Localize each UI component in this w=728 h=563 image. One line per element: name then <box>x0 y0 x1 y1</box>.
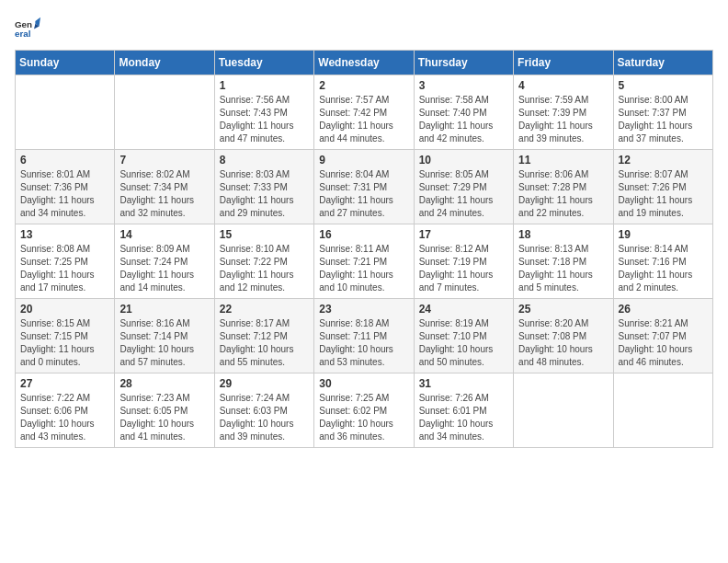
svg-text:Blue: Blue <box>15 40 30 40</box>
day-info: Sunrise: 7:22 AM Sunset: 6:06 PM Dayligh… <box>20 392 109 443</box>
calendar-cell: 18Sunrise: 8:13 AM Sunset: 7:18 PM Dayli… <box>514 224 613 299</box>
day-info: Sunrise: 7:57 AM Sunset: 7:42 PM Dayligh… <box>319 94 408 145</box>
calendar-cell: 1Sunrise: 7:56 AM Sunset: 7:43 PM Daylig… <box>214 75 313 150</box>
calendar-cell: 20Sunrise: 8:15 AM Sunset: 7:15 PM Dayli… <box>16 299 115 373</box>
calendar-cell: 9Sunrise: 8:04 AM Sunset: 7:31 PM Daylig… <box>314 150 414 224</box>
calendar-cell <box>514 373 613 448</box>
weekday-header-sunday: Sunday <box>16 51 115 75</box>
day-info: Sunrise: 8:02 AM Sunset: 7:34 PM Dayligh… <box>119 168 209 220</box>
calendar-cell: 27Sunrise: 7:22 AM Sunset: 6:06 PM Dayli… <box>16 373 115 448</box>
calendar-cell: 16Sunrise: 8:11 AM Sunset: 7:21 PM Dayli… <box>314 224 414 299</box>
day-info: Sunrise: 7:26 AM Sunset: 6:01 PM Dayligh… <box>419 392 508 443</box>
day-info: Sunrise: 8:11 AM Sunset: 7:21 PM Dayligh… <box>319 243 408 294</box>
calendar-cell: 4Sunrise: 7:59 AM Sunset: 7:39 PM Daylig… <box>514 75 613 150</box>
day-number: 11 <box>518 154 608 167</box>
day-info: Sunrise: 7:25 AM Sunset: 6:02 PM Dayligh… <box>319 392 408 443</box>
day-info: Sunrise: 7:59 AM Sunset: 7:39 PM Dayligh… <box>518 94 608 145</box>
calendar-cell: 14Sunrise: 8:09 AM Sunset: 7:24 PM Dayli… <box>115 224 214 299</box>
calendar-cell <box>115 75 214 150</box>
page-header: Gen eral Blue <box>15 15 713 40</box>
day-number: 31 <box>419 377 508 390</box>
day-number: 12 <box>619 154 708 167</box>
day-number: 19 <box>619 228 708 241</box>
weekday-header-wednesday: Wednesday <box>314 51 414 75</box>
day-number: 28 <box>119 377 209 390</box>
calendar-cell: 21Sunrise: 8:16 AM Sunset: 7:14 PM Dayli… <box>115 299 214 373</box>
calendar-week-row: 6Sunrise: 8:01 AM Sunset: 7:36 PM Daylig… <box>16 150 713 224</box>
calendar-cell: 5Sunrise: 8:00 AM Sunset: 7:37 PM Daylig… <box>613 75 712 150</box>
weekday-header-tuesday: Tuesday <box>214 51 313 75</box>
calendar-cell: 8Sunrise: 8:03 AM Sunset: 7:33 PM Daylig… <box>214 150 313 224</box>
day-info: Sunrise: 8:19 AM Sunset: 7:10 PM Dayligh… <box>419 317 508 369</box>
day-info: Sunrise: 8:08 AM Sunset: 7:25 PM Dayligh… <box>20 243 109 294</box>
day-info: Sunrise: 7:58 AM Sunset: 7:40 PM Dayligh… <box>419 94 508 145</box>
day-number: 10 <box>419 154 508 167</box>
calendar-cell: 19Sunrise: 8:14 AM Sunset: 7:16 PM Dayli… <box>613 224 712 299</box>
day-info: Sunrise: 8:17 AM Sunset: 7:12 PM Dayligh… <box>220 317 309 369</box>
day-info: Sunrise: 7:23 AM Sunset: 6:05 PM Dayligh… <box>119 392 209 443</box>
day-number: 24 <box>419 303 508 316</box>
day-info: Sunrise: 8:20 AM Sunset: 7:08 PM Dayligh… <box>518 317 608 369</box>
day-number: 17 <box>419 228 508 241</box>
day-number: 30 <box>319 377 408 390</box>
calendar-table: SundayMondayTuesdayWednesdayThursdayFrid… <box>15 50 713 448</box>
weekday-header-row: SundayMondayTuesdayWednesdayThursdayFrid… <box>16 51 713 75</box>
day-number: 27 <box>20 377 109 390</box>
calendar-week-row: 13Sunrise: 8:08 AM Sunset: 7:25 PM Dayli… <box>16 224 713 299</box>
calendar-cell: 23Sunrise: 8:18 AM Sunset: 7:11 PM Dayli… <box>314 299 414 373</box>
day-number: 2 <box>319 79 408 92</box>
calendar-cell: 24Sunrise: 8:19 AM Sunset: 7:10 PM Dayli… <box>414 299 513 373</box>
calendar-cell: 3Sunrise: 7:58 AM Sunset: 7:40 PM Daylig… <box>414 75 513 150</box>
day-info: Sunrise: 8:01 AM Sunset: 7:36 PM Dayligh… <box>20 168 109 220</box>
calendar-cell: 10Sunrise: 8:05 AM Sunset: 7:29 PM Dayli… <box>414 150 513 224</box>
calendar-cell: 17Sunrise: 8:12 AM Sunset: 7:19 PM Dayli… <box>414 224 513 299</box>
day-info: Sunrise: 8:12 AM Sunset: 7:19 PM Dayligh… <box>419 243 508 294</box>
calendar-cell: 29Sunrise: 7:24 AM Sunset: 6:03 PM Dayli… <box>214 373 313 448</box>
calendar-cell: 28Sunrise: 7:23 AM Sunset: 6:05 PM Dayli… <box>115 373 214 448</box>
calendar-cell: 26Sunrise: 8:21 AM Sunset: 7:07 PM Dayli… <box>613 299 712 373</box>
day-number: 1 <box>220 79 309 92</box>
day-info: Sunrise: 8:15 AM Sunset: 7:15 PM Dayligh… <box>20 317 109 369</box>
day-number: 25 <box>518 303 608 316</box>
calendar-cell: 31Sunrise: 7:26 AM Sunset: 6:01 PM Dayli… <box>414 373 513 448</box>
calendar-cell: 15Sunrise: 8:10 AM Sunset: 7:22 PM Dayli… <box>214 224 313 299</box>
day-info: Sunrise: 8:18 AM Sunset: 7:11 PM Dayligh… <box>319 317 408 369</box>
day-number: 21 <box>119 303 209 316</box>
day-info: Sunrise: 8:06 AM Sunset: 7:28 PM Dayligh… <box>518 168 608 220</box>
day-info: Sunrise: 7:24 AM Sunset: 6:03 PM Dayligh… <box>220 392 309 443</box>
day-info: Sunrise: 8:16 AM Sunset: 7:14 PM Dayligh… <box>119 317 209 369</box>
calendar-week-row: 1Sunrise: 7:56 AM Sunset: 7:43 PM Daylig… <box>16 75 713 150</box>
day-number: 8 <box>220 154 309 167</box>
day-info: Sunrise: 8:10 AM Sunset: 7:22 PM Dayligh… <box>220 243 309 294</box>
day-info: Sunrise: 8:03 AM Sunset: 7:33 PM Dayligh… <box>220 168 309 220</box>
day-number: 3 <box>419 79 508 92</box>
day-number: 14 <box>119 228 209 241</box>
day-number: 13 <box>20 228 109 241</box>
day-number: 16 <box>319 228 408 241</box>
calendar-cell: 30Sunrise: 7:25 AM Sunset: 6:02 PM Dayli… <box>314 373 414 448</box>
day-number: 18 <box>518 228 608 241</box>
calendar-cell: 12Sunrise: 8:07 AM Sunset: 7:26 PM Dayli… <box>613 150 712 224</box>
calendar-cell: 11Sunrise: 8:06 AM Sunset: 7:28 PM Dayli… <box>514 150 613 224</box>
day-number: 23 <box>319 303 408 316</box>
weekday-header-saturday: Saturday <box>613 51 712 75</box>
day-info: Sunrise: 8:13 AM Sunset: 7:18 PM Dayligh… <box>518 243 608 294</box>
logo-icon: Gen eral Blue <box>15 15 40 40</box>
calendar-week-row: 20Sunrise: 8:15 AM Sunset: 7:15 PM Dayli… <box>16 299 713 373</box>
calendar-cell <box>16 75 115 150</box>
day-number: 20 <box>20 303 109 316</box>
calendar-body: 1Sunrise: 7:56 AM Sunset: 7:43 PM Daylig… <box>16 75 713 448</box>
day-info: Sunrise: 8:14 AM Sunset: 7:16 PM Dayligh… <box>619 243 708 294</box>
day-info: Sunrise: 8:07 AM Sunset: 7:26 PM Dayligh… <box>619 168 708 220</box>
day-info: Sunrise: 8:05 AM Sunset: 7:29 PM Dayligh… <box>419 168 508 220</box>
weekday-header-friday: Friday <box>514 51 613 75</box>
day-number: 22 <box>220 303 309 316</box>
day-info: Sunrise: 8:04 AM Sunset: 7:31 PM Dayligh… <box>319 168 408 220</box>
day-number: 26 <box>619 303 708 316</box>
calendar-cell: 6Sunrise: 8:01 AM Sunset: 7:36 PM Daylig… <box>16 150 115 224</box>
day-number: 6 <box>20 154 109 167</box>
calendar-cell <box>613 373 712 448</box>
weekday-header-thursday: Thursday <box>414 51 513 75</box>
day-number: 5 <box>619 79 708 92</box>
weekday-header-monday: Monday <box>115 51 214 75</box>
